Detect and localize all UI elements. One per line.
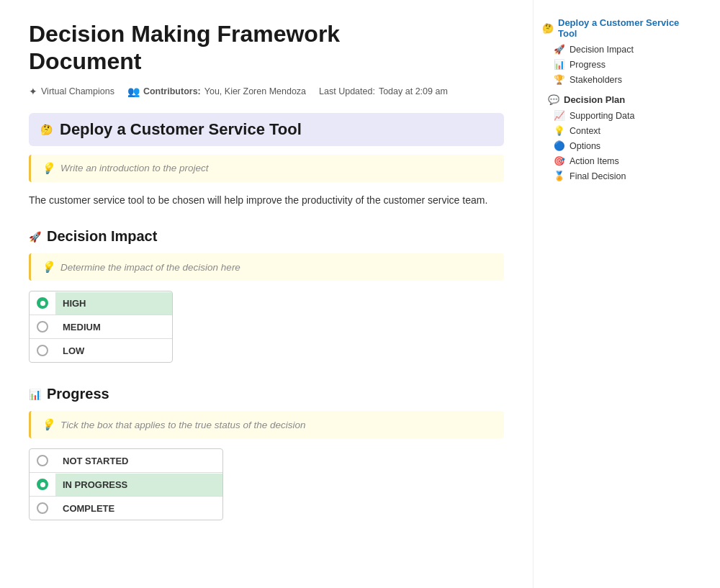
progress-table: NOT STARTED IN PROGRESS COMPLETE bbox=[29, 448, 223, 520]
radio-circle-not-started[interactable] bbox=[37, 455, 48, 466]
callout-bulb-icon-2: 💡 bbox=[41, 261, 55, 273]
body-text: The customer service tool to be chosen w… bbox=[29, 192, 504, 208]
radio-high[interactable] bbox=[30, 291, 55, 315]
sidebar-final-decision-icon: 🏅 bbox=[554, 171, 565, 181]
radio-medium[interactable] bbox=[30, 315, 55, 338]
sidebar-item-context[interactable]: 💡 Context bbox=[542, 123, 697, 138]
progress-placeholder: Tick the box that applies to the true st… bbox=[60, 420, 306, 430]
sidebar-context-icon: 💡 bbox=[554, 125, 565, 136]
contributors-icon: 👥 bbox=[127, 86, 140, 97]
main-section-header: 🤔 Deploy a Customer Service Tool bbox=[29, 113, 504, 146]
progress-header: 📊 Progress bbox=[29, 386, 504, 402]
intro-placeholder: Write an introduction to the project bbox=[60, 163, 209, 173]
main-section-emoji: 🤔 bbox=[40, 124, 53, 135]
sidebar-item-supporting-data[interactable]: 📈 Supporting Data bbox=[542, 108, 697, 123]
sidebar-context-label: Context bbox=[570, 126, 600, 136]
contributors-label: Contributors: bbox=[143, 86, 201, 96]
meta-bar: ✦ Virtual Champions 👥 Contributors: You,… bbox=[29, 86, 504, 97]
sidebar-deploy-emoji: 🤔 bbox=[542, 23, 554, 34]
sidebar-decision-plan-label: Decision Plan bbox=[564, 94, 625, 105]
impact-row-medium[interactable]: MEDIUM bbox=[30, 315, 172, 339]
sidebar-supporting-data-label: Supporting Data bbox=[570, 111, 634, 121]
progress-row-not-started[interactable]: NOT STARTED bbox=[30, 449, 222, 473]
radio-circle-complete[interactable] bbox=[37, 502, 48, 514]
last-updated-value: Today at 2:09 am bbox=[379, 86, 448, 96]
impact-table: HIGH MEDIUM LOW bbox=[29, 291, 173, 363]
sidebar-progress-icon: 📊 bbox=[554, 59, 565, 70]
main-section-title: Deploy a Customer Service Tool bbox=[60, 120, 302, 139]
intro-callout: 💡 Write an introduction to the project bbox=[29, 155, 504, 182]
impact-row-high[interactable]: HIGH bbox=[30, 291, 172, 315]
sidebar-options-icon: 🔵 bbox=[554, 140, 565, 151]
progress-row-complete[interactable]: COMPLETE bbox=[30, 497, 222, 520]
sidebar-stakeholders-icon: 🏆 bbox=[554, 74, 565, 85]
progress-row-in-progress[interactable]: IN PROGRESS bbox=[30, 473, 222, 497]
decision-impact-title: Decision Impact bbox=[47, 228, 157, 245]
sidebar-stakeholders-label: Stakeholders bbox=[570, 75, 622, 85]
radio-in-progress[interactable] bbox=[30, 473, 55, 496]
sidebar: 🤔 Deploy a Customer Service Tool 🚀 Decis… bbox=[533, 0, 706, 588]
last-updated-item: Last Updated: Today at 2:09 am bbox=[319, 86, 448, 96]
sidebar-action-items-icon: 🎯 bbox=[554, 155, 565, 166]
progress-callout: 💡 Tick the box that applies to the true … bbox=[29, 411, 504, 438]
sidebar-deploy-label: Deploy a Customer Service Tool bbox=[558, 17, 697, 39]
team-label: Virtual Champions bbox=[41, 86, 114, 96]
sidebar-item-decision-impact[interactable]: 🚀 Decision Impact bbox=[542, 42, 697, 57]
sidebar-decision-impact-label: Decision Impact bbox=[570, 45, 634, 55]
impact-row-low[interactable]: LOW bbox=[30, 339, 172, 362]
last-updated-label: Last Updated: bbox=[319, 86, 375, 96]
radio-low[interactable] bbox=[30, 339, 55, 362]
radio-not-started[interactable] bbox=[30, 449, 55, 472]
sidebar-options-label: Options bbox=[570, 141, 600, 151]
team-icon: ✦ bbox=[29, 86, 37, 97]
sidebar-decision-plan-header[interactable]: 💬 Decision Plan bbox=[542, 91, 697, 108]
sidebar-item-stakeholders[interactable]: 🏆 Stakeholders bbox=[542, 72, 697, 87]
progress-emoji: 📊 bbox=[29, 389, 41, 400]
page-title: Decision Making Framework Document bbox=[29, 20, 504, 76]
sidebar-final-decision-label: Final Decision bbox=[570, 171, 626, 181]
sidebar-item-action-items[interactable]: 🎯 Action Items bbox=[542, 153, 697, 168]
radio-circle-low[interactable] bbox=[37, 345, 48, 356]
sidebar-item-progress[interactable]: 📊 Progress bbox=[542, 57, 697, 72]
main-content: Decision Making Framework Document ✦ Vir… bbox=[0, 0, 533, 588]
sidebar-rocket-icon: 🚀 bbox=[554, 44, 565, 55]
progress-label-in-progress: IN PROGRESS bbox=[55, 474, 222, 496]
impact-label-medium: MEDIUM bbox=[55, 316, 172, 338]
team-item: ✦ Virtual Champions bbox=[29, 86, 114, 97]
contributors-names: You, Kier Zoren Mendoza bbox=[204, 86, 306, 96]
progress-label-complete: COMPLETE bbox=[55, 497, 222, 520]
decision-impact-emoji: 🚀 bbox=[29, 231, 41, 243]
impact-label-high: HIGH bbox=[55, 292, 172, 315]
decision-impact-header: 🚀 Decision Impact bbox=[29, 228, 504, 245]
progress-label-not-started: NOT STARTED bbox=[55, 450, 222, 472]
radio-circle-in-progress[interactable] bbox=[37, 479, 48, 490]
callout-bulb-icon-3: 💡 bbox=[41, 418, 55, 431]
contributors-item: 👥 Contributors: You, Kier Zoren Mendoza bbox=[127, 86, 306, 97]
decision-impact-callout: 💡 Determine the impact of the decision h… bbox=[29, 253, 504, 281]
sidebar-deploy-header[interactable]: 🤔 Deploy a Customer Service Tool bbox=[542, 17, 697, 39]
sidebar-action-items-label: Action Items bbox=[570, 156, 619, 166]
sidebar-supporting-data-icon: 📈 bbox=[554, 110, 565, 121]
decision-impact-placeholder: Determine the impact of the decision her… bbox=[60, 262, 240, 273]
sidebar-decision-plan-icon: 💬 bbox=[548, 94, 559, 105]
sidebar-progress-label: Progress bbox=[570, 60, 606, 70]
callout-bulb-icon: 💡 bbox=[41, 162, 55, 175]
sidebar-item-final-decision[interactable]: 🏅 Final Decision bbox=[542, 168, 697, 184]
radio-circle-medium[interactable] bbox=[37, 321, 48, 333]
radio-circle-high[interactable] bbox=[37, 297, 48, 309]
impact-label-low: LOW bbox=[55, 340, 172, 362]
radio-complete[interactable] bbox=[30, 497, 55, 520]
sidebar-item-options[interactable]: 🔵 Options bbox=[542, 138, 697, 153]
progress-title: Progress bbox=[47, 386, 109, 402]
